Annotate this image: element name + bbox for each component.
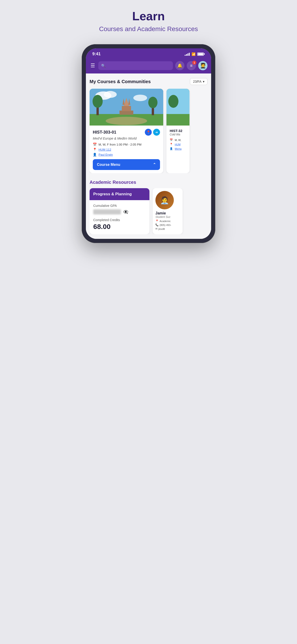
course-scene-svg [90,89,163,126]
advisor-email: ✉ jlovdlt [156,227,180,230]
hamburger-icon[interactable]: ☰ [90,62,96,70]
advisor-name: Jamie [156,211,180,215]
search-bar[interactable]: 🔍 [98,61,173,70]
svg-point-5 [106,117,147,125]
calendar-icon-1: 📅 [93,142,97,146]
location-icon-advisor: 📍 [156,220,159,222]
course-card-1: HIST-303-01 📍 ➜ Med'vl Europe & Medtrn W… [90,89,163,173]
search-icon: 🔍 [101,64,106,68]
progress-planning-header: Progress & Planning [90,188,150,200]
svg-point-17 [168,95,178,108]
semester-label: 23/FA [193,80,202,84]
main-content: My Courses & Communities 23/FA ▾ [86,74,211,239]
advisor-avatar: 🧑‍💼 [156,191,174,209]
course-location-link-2[interactable]: HUM [175,143,180,146]
tasks-badge: 1 [192,60,196,65]
phone-inner: 9:41 📶 ☰ 🔍 [86,48,211,239]
phone-frame: 9:41 📶 ☰ 🔍 [82,44,215,243]
credits-value: 68.00 [93,223,146,230]
courses-scroll: HIST-303-01 📍 ➜ Med'vl Europe & Medtrn W… [90,89,208,173]
course-schedule-text-1: M, W, F from 1:00 PM - 2:05 PM [98,143,141,146]
gpa-value-blurred [93,209,121,214]
app-navbar: ☰ 🔍 🔔 ≡ 1 🧑‍🎓 [86,59,211,74]
tasks-icon: ≡ [190,63,193,68]
instructor-icon-1: 👤 [93,153,97,156]
progress-planning-card: Progress & Planning Cumulative GPA 👁‍🗨 C… [90,188,150,234]
course-code-2: HIST-32 [170,129,182,133]
academic-resources-title: Academic Resources [90,180,208,185]
advisor-location: 📍 Academic [156,220,180,222]
course-instructor-link-1[interactable]: Paul Erwin [98,153,113,156]
courses-section-header: My Courses & Communities 23/FA ▾ [90,78,208,85]
phone-icon-advisor: 📞 [156,224,159,226]
semester-selector[interactable]: 23/FA ▾ [190,78,208,85]
battery-icon [197,52,205,56]
svg-rect-16 [166,114,190,126]
status-time: 9:41 [92,52,100,56]
page-title: Learn [132,9,165,23]
page-subtitle: Courses and Academic Resources [99,25,198,33]
credits-label: Completed Credits [93,218,146,222]
progress-planning-body: Cumulative GPA 👁‍🗨 Completed Credits 68.… [90,200,150,234]
advisor-role: Student Suc [156,215,180,218]
advisor-card: 🧑‍💼 Jamie Student Suc 📍 Academic 📞 (805)… [153,188,182,234]
tasks-button[interactable]: ≡ 1 [187,61,196,70]
course-code-1: HIST-303-01 [93,130,116,135]
course-name-2: Cold Wa [170,133,186,136]
course-name-1: Med'vl Europe & Medtrn World [93,136,160,140]
course-image-2 [166,89,190,126]
advisor-phone: 📞 (805) 493- [156,224,180,226]
chevron-up-icon-1: ⌃ [153,162,156,167]
resources-scroll: Progress & Planning Cumulative GPA 👁‍🗨 C… [90,188,208,234]
bell-icon: 🔔 [177,63,182,68]
course-schedule-1: 📅 M, W, F from 1:00 PM - 2:05 PM [93,142,160,146]
svg-rect-10 [120,110,133,115]
course-instructor-1: 👤 Paul Erwin [93,153,160,156]
avatar-image: 🧑‍🎓 [200,63,206,69]
course-location-2: 📍 HUM [170,143,186,146]
signal-bars-icon [185,52,190,56]
status-bar: 9:41 📶 [86,48,211,59]
gpa-label: Cumulative GPA [93,204,146,208]
eye-slash-icon[interactable]: 👁‍🗨 [123,209,128,214]
location-icon-1: 📍 [93,148,97,151]
course-body-1: HIST-303-01 📍 ➜ Med'vl Europe & Medtrn W… [90,126,163,173]
course-card-2: HIST-32 Cold Wa 📅 M, W, 📍 HUM 👤 Mich [166,89,190,173]
course-instructor-link-2[interactable]: Micha [175,148,182,150]
course-icon-btns-1: 📍 ➜ [145,129,160,136]
svg-point-2 [104,91,117,98]
svg-point-3 [133,95,147,101]
instructor-icon-2: 👤 [170,147,173,150]
location-icon-2: 📍 [170,143,173,146]
courses-section-title: My Courses & Communities [90,79,151,84]
course-code-row-1: HIST-303-01 📍 ➜ [93,129,160,136]
course-go-button-1[interactable]: ➜ [153,129,160,136]
svg-point-7 [92,95,103,108]
svg-point-9 [148,97,158,108]
svg-rect-11 [122,106,131,111]
course-location-link-1[interactable]: HUM 112 [98,148,111,151]
gpa-row: 👁‍🗨 [93,209,146,214]
course-location-1: 📍 HUM 112 [93,148,160,151]
chevron-down-icon: ▾ [203,80,204,84]
course-menu-label-1: Course Menu [97,162,120,167]
course-instructor-2: 👤 Micha [170,147,186,150]
course-body-2: HIST-32 Cold Wa 📅 M, W, 📍 HUM 👤 Mich [166,126,190,155]
course-location-button-1[interactable]: 📍 [145,129,152,136]
course-schedule-2: 📅 M, W, [170,138,186,142]
user-avatar[interactable]: 🧑‍🎓 [198,61,208,70]
status-icons: 📶 [185,52,205,56]
wifi-icon: 📶 [192,52,196,56]
email-icon-advisor: ✉ [156,227,158,230]
course-schedule-text-2: M, W, [175,139,181,142]
course-menu-button-1[interactable]: Course Menu ⌃ [93,159,160,170]
course-image-1 [90,89,163,126]
calendar-icon-2: 📅 [170,138,173,142]
notifications-button[interactable]: 🔔 [175,61,184,70]
